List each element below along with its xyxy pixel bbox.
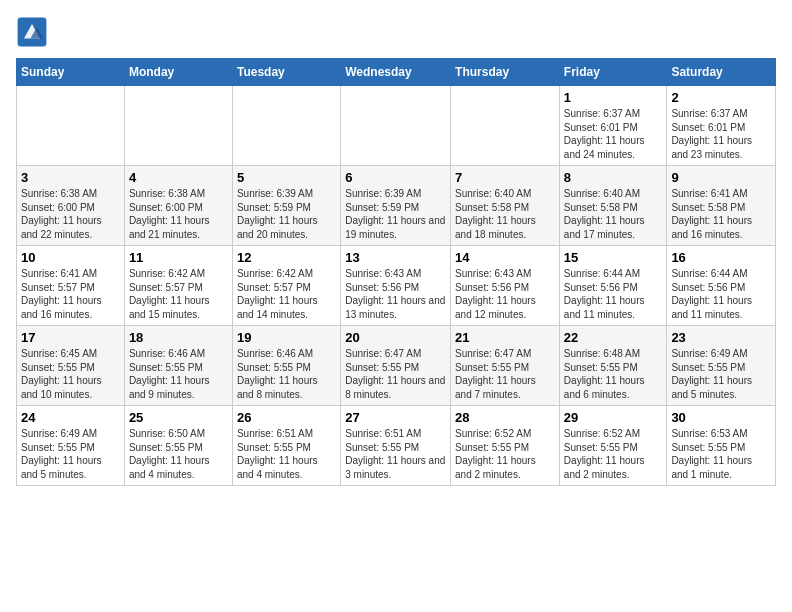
day-number: 3 [21,170,120,185]
day-number: 11 [129,250,228,265]
day-info: Sunrise: 6:48 AM Sunset: 5:55 PM Dayligh… [564,347,663,401]
calendar-cell: 23Sunrise: 6:49 AM Sunset: 5:55 PM Dayli… [667,326,776,406]
day-header-friday: Friday [559,59,667,86]
day-info: Sunrise: 6:44 AM Sunset: 5:56 PM Dayligh… [564,267,663,321]
day-info: Sunrise: 6:38 AM Sunset: 6:00 PM Dayligh… [21,187,120,241]
calendar-cell: 12Sunrise: 6:42 AM Sunset: 5:57 PM Dayli… [232,246,340,326]
calendar-cell: 21Sunrise: 6:47 AM Sunset: 5:55 PM Dayli… [451,326,560,406]
day-info: Sunrise: 6:40 AM Sunset: 5:58 PM Dayligh… [455,187,555,241]
day-number: 22 [564,330,663,345]
day-info: Sunrise: 6:39 AM Sunset: 5:59 PM Dayligh… [237,187,336,241]
day-info: Sunrise: 6:43 AM Sunset: 5:56 PM Dayligh… [345,267,446,321]
day-info: Sunrise: 6:41 AM Sunset: 5:57 PM Dayligh… [21,267,120,321]
day-number: 18 [129,330,228,345]
day-number: 27 [345,410,446,425]
calendar-cell: 8Sunrise: 6:40 AM Sunset: 5:58 PM Daylig… [559,166,667,246]
day-number: 19 [237,330,336,345]
day-info: Sunrise: 6:46 AM Sunset: 5:55 PM Dayligh… [237,347,336,401]
day-info: Sunrise: 6:51 AM Sunset: 5:55 PM Dayligh… [237,427,336,481]
logo-icon [16,16,48,48]
day-number: 1 [564,90,663,105]
day-info: Sunrise: 6:43 AM Sunset: 5:56 PM Dayligh… [455,267,555,321]
day-number: 29 [564,410,663,425]
day-info: Sunrise: 6:51 AM Sunset: 5:55 PM Dayligh… [345,427,446,481]
day-info: Sunrise: 6:46 AM Sunset: 5:55 PM Dayligh… [129,347,228,401]
day-info: Sunrise: 6:42 AM Sunset: 5:57 PM Dayligh… [237,267,336,321]
calendar-cell: 29Sunrise: 6:52 AM Sunset: 5:55 PM Dayli… [559,406,667,486]
day-header-thursday: Thursday [451,59,560,86]
calendar-cell: 24Sunrise: 6:49 AM Sunset: 5:55 PM Dayli… [17,406,125,486]
day-header-sunday: Sunday [17,59,125,86]
calendar-week-row: 1Sunrise: 6:37 AM Sunset: 6:01 PM Daylig… [17,86,776,166]
day-number: 10 [21,250,120,265]
day-info: Sunrise: 6:45 AM Sunset: 5:55 PM Dayligh… [21,347,120,401]
day-header-tuesday: Tuesday [232,59,340,86]
calendar-week-row: 10Sunrise: 6:41 AM Sunset: 5:57 PM Dayli… [17,246,776,326]
day-number: 28 [455,410,555,425]
calendar-cell: 11Sunrise: 6:42 AM Sunset: 5:57 PM Dayli… [124,246,232,326]
calendar-cell: 16Sunrise: 6:44 AM Sunset: 5:56 PM Dayli… [667,246,776,326]
day-number: 9 [671,170,771,185]
calendar-cell [451,86,560,166]
day-number: 8 [564,170,663,185]
day-number: 13 [345,250,446,265]
calendar-table: SundayMondayTuesdayWednesdayThursdayFrid… [16,58,776,486]
day-info: Sunrise: 6:47 AM Sunset: 5:55 PM Dayligh… [455,347,555,401]
calendar-cell: 10Sunrise: 6:41 AM Sunset: 5:57 PM Dayli… [17,246,125,326]
day-info: Sunrise: 6:39 AM Sunset: 5:59 PM Dayligh… [345,187,446,241]
day-number: 20 [345,330,446,345]
day-info: Sunrise: 6:53 AM Sunset: 5:55 PM Dayligh… [671,427,771,481]
calendar-cell: 26Sunrise: 6:51 AM Sunset: 5:55 PM Dayli… [232,406,340,486]
calendar-cell: 28Sunrise: 6:52 AM Sunset: 5:55 PM Dayli… [451,406,560,486]
day-number: 14 [455,250,555,265]
day-number: 17 [21,330,120,345]
day-number: 24 [21,410,120,425]
day-number: 7 [455,170,555,185]
calendar-cell [232,86,340,166]
day-info: Sunrise: 6:49 AM Sunset: 5:55 PM Dayligh… [671,347,771,401]
calendar-cell: 17Sunrise: 6:45 AM Sunset: 5:55 PM Dayli… [17,326,125,406]
day-header-monday: Monday [124,59,232,86]
calendar-cell: 6Sunrise: 6:39 AM Sunset: 5:59 PM Daylig… [341,166,451,246]
page-header [16,16,776,48]
calendar-cell: 22Sunrise: 6:48 AM Sunset: 5:55 PM Dayli… [559,326,667,406]
day-info: Sunrise: 6:41 AM Sunset: 5:58 PM Dayligh… [671,187,771,241]
calendar-cell: 25Sunrise: 6:50 AM Sunset: 5:55 PM Dayli… [124,406,232,486]
day-info: Sunrise: 6:44 AM Sunset: 5:56 PM Dayligh… [671,267,771,321]
day-info: Sunrise: 6:40 AM Sunset: 5:58 PM Dayligh… [564,187,663,241]
calendar-cell: 27Sunrise: 6:51 AM Sunset: 5:55 PM Dayli… [341,406,451,486]
day-info: Sunrise: 6:50 AM Sunset: 5:55 PM Dayligh… [129,427,228,481]
day-number: 16 [671,250,771,265]
day-info: Sunrise: 6:52 AM Sunset: 5:55 PM Dayligh… [455,427,555,481]
logo [16,16,52,48]
calendar-cell: 13Sunrise: 6:43 AM Sunset: 5:56 PM Dayli… [341,246,451,326]
calendar-cell: 19Sunrise: 6:46 AM Sunset: 5:55 PM Dayli… [232,326,340,406]
calendar-week-row: 3Sunrise: 6:38 AM Sunset: 6:00 PM Daylig… [17,166,776,246]
day-number: 15 [564,250,663,265]
day-number: 2 [671,90,771,105]
calendar-cell: 18Sunrise: 6:46 AM Sunset: 5:55 PM Dayli… [124,326,232,406]
day-info: Sunrise: 6:38 AM Sunset: 6:00 PM Dayligh… [129,187,228,241]
calendar-cell: 4Sunrise: 6:38 AM Sunset: 6:00 PM Daylig… [124,166,232,246]
calendar-cell: 1Sunrise: 6:37 AM Sunset: 6:01 PM Daylig… [559,86,667,166]
calendar-header-row: SundayMondayTuesdayWednesdayThursdayFrid… [17,59,776,86]
calendar-cell [124,86,232,166]
calendar-cell: 20Sunrise: 6:47 AM Sunset: 5:55 PM Dayli… [341,326,451,406]
calendar-cell: 3Sunrise: 6:38 AM Sunset: 6:00 PM Daylig… [17,166,125,246]
day-header-wednesday: Wednesday [341,59,451,86]
calendar-cell [17,86,125,166]
calendar-cell: 5Sunrise: 6:39 AM Sunset: 5:59 PM Daylig… [232,166,340,246]
day-number: 5 [237,170,336,185]
day-number: 21 [455,330,555,345]
day-number: 23 [671,330,771,345]
day-header-saturday: Saturday [667,59,776,86]
calendar-cell: 7Sunrise: 6:40 AM Sunset: 5:58 PM Daylig… [451,166,560,246]
calendar-week-row: 24Sunrise: 6:49 AM Sunset: 5:55 PM Dayli… [17,406,776,486]
calendar-week-row: 17Sunrise: 6:45 AM Sunset: 5:55 PM Dayli… [17,326,776,406]
day-number: 25 [129,410,228,425]
calendar-cell: 2Sunrise: 6:37 AM Sunset: 6:01 PM Daylig… [667,86,776,166]
day-number: 26 [237,410,336,425]
calendar-cell: 15Sunrise: 6:44 AM Sunset: 5:56 PM Dayli… [559,246,667,326]
calendar-cell: 14Sunrise: 6:43 AM Sunset: 5:56 PM Dayli… [451,246,560,326]
day-info: Sunrise: 6:49 AM Sunset: 5:55 PM Dayligh… [21,427,120,481]
